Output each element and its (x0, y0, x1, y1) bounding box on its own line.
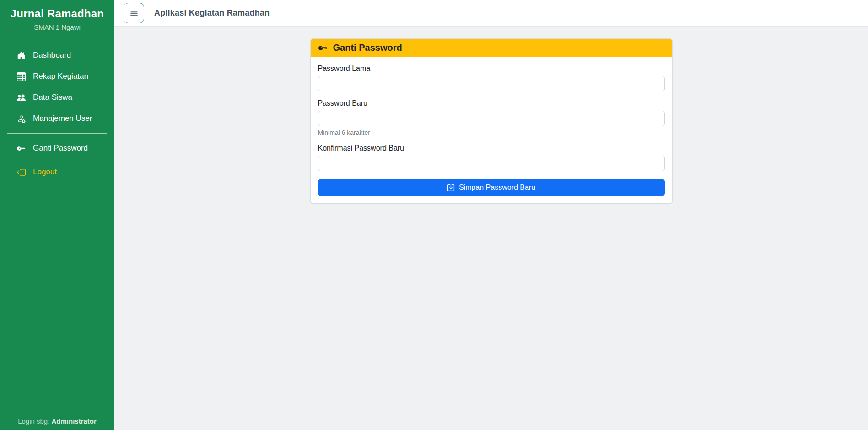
app-subtitle: SMAN 1 Ngawi (0, 23, 114, 31)
sidebar-item-rekap-kegiatan[interactable]: Rekap Kegiatan (0, 66, 114, 87)
main-area: Aplikasi Kegiatan Ramadhan Ganti Passwor… (114, 0, 868, 430)
konfirmasi-password-label: Konfirmasi Password Baru (318, 144, 665, 152)
sidebar-nav: Dashboard Rekap Kegiatan Data Siswa Mana… (0, 45, 114, 183)
form-group-password-lama: Password Lama (318, 64, 665, 91)
topbar: Aplikasi Kegiatan Ramadhan (114, 0, 868, 27)
app-root: Jurnal Ramadhan SMAN 1 Ngawi Dashboard R… (0, 0, 868, 430)
sidebar-divider-top (4, 38, 110, 38)
form-group-konfirmasi-password: Konfirmasi Password Baru (318, 144, 665, 171)
sidebar-item-label: Ganti Password (33, 144, 88, 153)
sidebar-item-manajemen-user[interactable]: Manajemen User (0, 108, 114, 129)
key-icon (318, 43, 328, 53)
person-gear-icon (16, 114, 26, 123)
password-baru-input[interactable] (318, 111, 665, 126)
simpan-password-button[interactable]: Simpan Password Baru (318, 179, 665, 196)
form-group-password-baru: Password Baru Minimal 6 karakter (318, 99, 665, 136)
password-baru-label: Password Baru (318, 99, 665, 108)
card-title: Ganti Password (333, 43, 402, 53)
app-title: Jurnal Ramadhan (0, 7, 114, 20)
content: Ganti Password Password Lama Password Ba… (114, 27, 868, 430)
password-lama-input[interactable] (318, 76, 665, 91)
sidebar-item-label: Manajemen User (33, 114, 92, 123)
brand: Jurnal Ramadhan SMAN 1 Ngawi (0, 0, 114, 31)
sidebar-item-label: Data Siswa (33, 93, 72, 102)
konfirmasi-password-input[interactable] (318, 156, 665, 171)
logout-icon (16, 167, 26, 177)
login-as-user: Administrator (52, 417, 97, 425)
sidebar-toggle-button[interactable] (124, 3, 144, 23)
card-body: Password Lama Password Baru Minimal 6 ka… (311, 57, 672, 203)
home-icon (16, 51, 26, 60)
page-title: Aplikasi Kegiatan Ramadhan (154, 8, 270, 18)
simpan-password-label: Simpan Password Baru (459, 183, 535, 192)
sidebar-item-dashboard[interactable]: Dashboard (0, 45, 114, 66)
save-icon (447, 184, 455, 192)
sidebar-item-label: Rekap Kegiatan (33, 72, 88, 81)
login-as-prefix: Login sbg: (18, 417, 51, 425)
sidebar-item-logout[interactable]: Logout (0, 161, 114, 183)
password-lama-label: Password Lama (318, 64, 665, 73)
key-icon (16, 144, 26, 153)
sidebar-item-label: Dashboard (33, 51, 71, 60)
sidebar-item-ganti-password[interactable]: Ganti Password (0, 138, 114, 159)
people-icon (16, 93, 26, 102)
login-as-status: Login sbg: Administrator (0, 417, 114, 430)
sidebar-item-data-siswa[interactable]: Data Siswa (0, 87, 114, 108)
ganti-password-card: Ganti Password Password Lama Password Ba… (310, 38, 673, 204)
hamburger-icon (129, 8, 139, 18)
card-header: Ganti Password (311, 39, 672, 57)
password-baru-hint: Minimal 6 karakter (318, 129, 665, 136)
table-icon (16, 72, 26, 81)
sidebar-item-label: Logout (33, 167, 57, 177)
sidebar-divider-mid (7, 133, 107, 134)
sidebar: Jurnal Ramadhan SMAN 1 Ngawi Dashboard R… (0, 0, 114, 430)
